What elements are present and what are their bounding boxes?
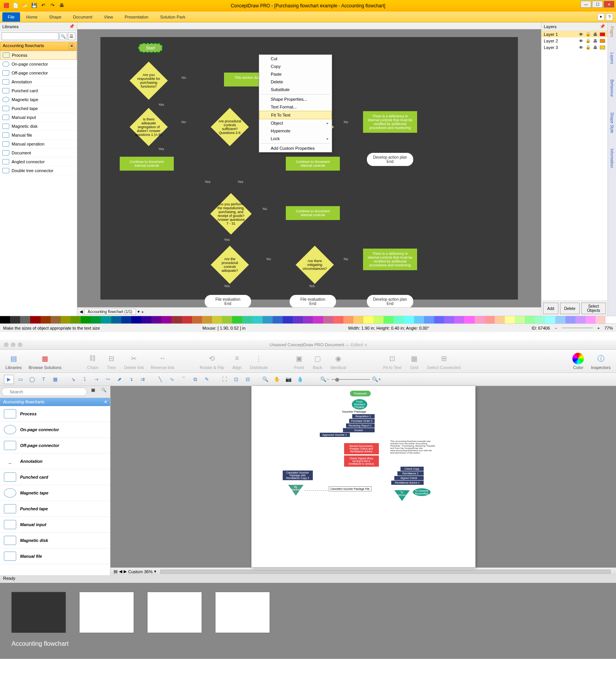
ellipse-tool-icon[interactable]: ◯ [27, 375, 37, 384]
palette-swatch[interactable] [30, 316, 40, 323]
layer-row-2[interactable]: Layer 2👁🔒🖶 [541, 37, 608, 44]
connector2-tool-icon[interactable]: ⤵ [80, 375, 90, 384]
palette-swatch[interactable] [182, 316, 192, 323]
palette-swatch[interactable] [101, 316, 111, 323]
mshape-magneticdisk[interactable]: Magnetic disk [0, 533, 110, 548]
mshape-treasurer[interactable]: Treasurer [350, 391, 371, 396]
shape-decision-6[interactable]: Are the procedural controls adequate? [216, 257, 243, 273]
mshape-process[interactable]: Process [0, 406, 110, 422]
select-objects-button[interactable]: Select Objects [581, 303, 606, 314]
shape-item-angled[interactable]: Angled connector [0, 157, 77, 166]
shape-item-document[interactable]: Document [0, 149, 77, 157]
mac-grid-icon[interactable]: ▦ [88, 388, 98, 396]
zoom-in-tool-icon[interactable]: 🔍+ [372, 375, 382, 384]
shape-process-continue-1[interactable]: Continue to document internal controls [120, 157, 174, 171]
pencil-tool-icon[interactable]: ✎ [202, 375, 212, 384]
mac-hscroll[interactable] [160, 570, 611, 574]
tb-chain[interactable]: ⛓Chain [87, 353, 98, 370]
ctx-shape-properties[interactable]: Shape Properties... [259, 95, 332, 103]
mac-prev-page-icon[interactable]: ◀ [119, 569, 122, 574]
palette-swatch[interactable] [121, 316, 131, 323]
tab-dropdown-icon[interactable]: ▾ [137, 309, 140, 314]
mshape-annotation[interactable]: ⎯Annotation [0, 454, 110, 469]
palette-swatch[interactable] [273, 316, 283, 323]
mshape-offpage[interactable]: Off-page connector [0, 438, 110, 454]
shape-end-2[interactable]: File evaluation End [205, 295, 251, 307]
add-layer-button[interactable]: Add [543, 303, 558, 314]
tb-identical[interactable]: ◉Identical [330, 353, 346, 370]
sidetab-shapestyle[interactable]: Shape Style [610, 112, 614, 133]
shape-item-doubletree[interactable]: Double tree connector [0, 166, 77, 175]
crop-tool-icon[interactable]: ⛶ [219, 375, 229, 384]
mshape-magnetictape[interactable]: Magnetic tape [0, 485, 110, 501]
palette-swatch[interactable] [283, 316, 293, 323]
palette-swatch[interactable] [71, 316, 81, 323]
palette-swatch[interactable] [404, 316, 414, 323]
tb-tree[interactable]: ⊟Tree [105, 353, 117, 370]
ctx-paste[interactable]: Paste [259, 70, 332, 78]
library-options-icon[interactable]: ☰ [68, 32, 76, 40]
shape-process-deficiency-1[interactable]: There is a deficiency in internal contro… [363, 111, 417, 133]
tb-reverselink[interactable]: ↔Reverse link [151, 353, 175, 370]
palette-swatch[interactable] [606, 316, 616, 323]
tb-front[interactable]: ▣Front [293, 353, 305, 370]
palette-swatch[interactable] [313, 316, 323, 323]
palette-swatch[interactable] [495, 316, 505, 323]
zoom-tool-icon[interactable]: 🔍 [260, 375, 270, 384]
palette-swatch[interactable] [475, 316, 485, 323]
connector6-tool-icon[interactable]: ↴ [126, 375, 136, 384]
palette-swatch[interactable] [20, 316, 30, 323]
undo-icon[interactable]: ↶ [39, 2, 47, 9]
shape-process-deficiency-2[interactable]: There is a deficiency in internal contro… [363, 249, 417, 270]
palette-swatch[interactable] [242, 316, 252, 323]
palette-swatch[interactable] [535, 316, 545, 323]
sidetab-information[interactable]: Information [610, 149, 614, 168]
tb-color[interactable]: Color [572, 353, 584, 370]
hand-tool-icon[interactable]: ✋ [272, 375, 282, 384]
mac-zoom-dropdown-icon[interactable]: ▾ [154, 569, 156, 574]
tab-file[interactable]: File [2, 12, 20, 22]
palette-swatch[interactable] [222, 316, 232, 323]
shape-item-manualinput[interactable]: Manual input [0, 113, 77, 122]
mshape-manualfile[interactable]: Manual file [0, 548, 110, 564]
palette-swatch[interactable] [10, 316, 20, 323]
line-tool-icon[interactable]: ╲ [155, 375, 165, 384]
shape-end-1[interactable]: Develop action plan End [367, 153, 413, 166]
ctx-delete[interactable]: Delete [259, 78, 332, 86]
tab-presentation[interactable]: Presentation [119, 12, 154, 22]
minimize-button[interactable]: — [580, 1, 591, 8]
ctx-copy[interactable]: Copy [259, 63, 332, 70]
palette-swatch[interactable] [363, 316, 373, 323]
search-icon[interactable]: 🔍 [59, 32, 67, 40]
thumbnail-4[interactable] [216, 592, 270, 633]
palette-swatch[interactable] [444, 316, 454, 323]
group-tool-icon[interactable]: ⊡ [231, 375, 241, 384]
palette-swatch[interactable] [555, 316, 565, 323]
tb-rotateflip[interactable]: ⟲Rotate & Flip [200, 353, 224, 370]
shape-end-3[interactable]: File evaluation End [290, 295, 336, 307]
palette-swatch[interactable] [41, 316, 51, 323]
layer-row-3[interactable]: Layer 3👁🔒🖶 [541, 44, 608, 51]
delete-layer-button[interactable]: Delete [560, 303, 580, 314]
tab-home[interactable]: Home [21, 12, 43, 22]
mac-minimize-button[interactable] [11, 342, 15, 347]
mshape-punchedtape[interactable]: Punched tape [0, 501, 110, 517]
thumbnail-1[interactable] [12, 592, 66, 633]
palette-swatch[interactable] [202, 316, 212, 323]
camera-tool-icon[interactable]: 📷 [283, 375, 294, 384]
shape-process-continue-2[interactable]: Continue to document internal controls [286, 157, 340, 171]
connector3-tool-icon[interactable]: ⇢ [91, 375, 101, 384]
palette-swatch[interactable] [303, 316, 313, 323]
shape-item-process[interactable]: Process [0, 51, 77, 60]
palette-swatch[interactable] [424, 316, 434, 323]
shape-end-4[interactable]: Develop action plan End [367, 295, 413, 307]
palette-swatch[interactable] [232, 316, 242, 323]
palette-swatch[interactable] [505, 316, 515, 323]
ctx-cut[interactable]: Cut [259, 55, 332, 63]
shape-item-onpage[interactable]: On-page connector [0, 60, 77, 69]
tab-solution[interactable]: Solution Park [154, 12, 190, 22]
shape-item-manualop[interactable]: Manual operation [0, 140, 77, 149]
palette-swatch[interactable] [293, 316, 303, 323]
curve-tool-icon[interactable]: ∿ [167, 375, 177, 384]
mac-drawing-page[interactable]: Treasurer From Vouchers Payable Voucher … [251, 386, 475, 567]
